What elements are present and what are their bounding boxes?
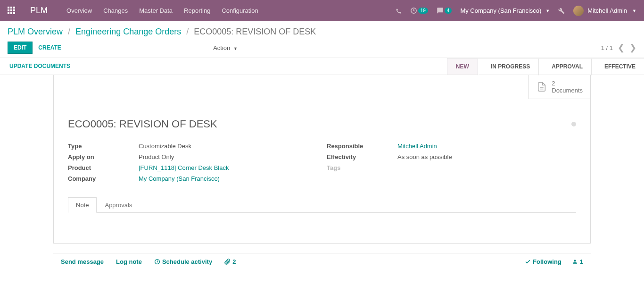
label-product: Product [68,164,139,171]
status-arrows: NEW IN PROGRESS APPROVAL EFFECTIVE [447,58,644,75]
app-name[interactable]: PLM [30,6,48,16]
record-title: ECO0005: REVISION OF DESK [68,118,217,130]
tab-approvals[interactable]: Approvals [97,197,140,213]
record-title-row: ECO0005: REVISION OF DESK [68,118,576,130]
status-approval[interactable]: APPROVAL [538,58,591,75]
user-menu[interactable]: Mitchell Admin ▼ [573,6,636,16]
activities-button[interactable]: 19 [410,7,428,14]
company-switcher[interactable]: My Company (San Francisco) ▼ [460,7,550,14]
edit-button[interactable]: Edit [8,42,33,54]
kanban-state-dot[interactable] [571,122,576,126]
top-nav: Overview Changes Master Data Reporting C… [66,7,258,14]
value-company[interactable]: My Company (San Francisco) [139,175,220,182]
log-note-button[interactable]: Log note [116,258,142,265]
discuss-button[interactable]: 4 [437,7,452,14]
send-message-button[interactable]: Send message [61,258,104,265]
label-effectivity: Effectivity [327,153,397,160]
breadcrumb: PLM Overview / Engineering Change Orders… [8,27,636,37]
check-icon [525,259,531,265]
control-panel: PLM Overview / Engineering Change Orders… [0,21,644,58]
update-documents-button[interactable]: Update Documents [8,58,72,75]
breadcrumb-level1[interactable]: Engineering Change Orders [75,27,181,36]
schedule-activity-button[interactable]: Schedule activity [154,258,212,265]
status-new[interactable]: NEW [447,58,478,75]
debug-icon[interactable] [558,7,565,15]
nav-changes[interactable]: Changes [103,7,128,14]
caret-down-icon: ▼ [632,8,636,13]
value-tags [397,164,576,171]
nav-overview[interactable]: Overview [66,7,92,14]
value-effectivity: As soon as possible [397,153,576,160]
label-responsible: Responsible [327,143,397,150]
activity-badge: 19 [418,8,428,14]
status-in-progress[interactable]: IN PROGRESS [478,58,538,75]
nav-master-data[interactable]: Master Data [139,7,173,14]
clock-icon [154,259,160,265]
chat-badge: 4 [445,8,452,14]
value-apply-on: Product Only [139,153,317,160]
stat-label: Documents [552,87,583,94]
topbar: PLM Overview Changes Master Data Reporti… [0,0,644,21]
action-dropdown[interactable]: Action ▼ [213,44,238,51]
breadcrumb-root[interactable]: PLM Overview [8,27,63,36]
avatar [573,6,584,16]
chatter: Send message Log note Schedule activity … [53,253,591,270]
label-tags: Tags [327,164,397,171]
phone-icon[interactable] [396,7,402,14]
caret-down-icon: ▼ [545,8,550,13]
label-apply-on: Apply on [68,153,139,160]
value-responsible[interactable]: Mitchell Admin [397,143,437,150]
pager-text: 1 / 1 [601,44,613,51]
breadcrumb-current: ECO0005: REVISION OF DESK [194,27,316,36]
status-effective[interactable]: EFFECTIVE [591,58,644,75]
stat-count: 2 [552,80,583,87]
create-button[interactable]: Create [33,42,66,53]
company-name: My Company (San Francisco) [460,7,541,14]
value-product[interactable]: [FURN_1118] Corner Desk Black [139,164,229,171]
tab-note[interactable]: Note [68,197,97,213]
paperclip-icon [224,259,231,265]
attachments-button[interactable]: 2 [224,258,236,265]
nav-reporting[interactable]: Reporting [184,7,210,14]
caret-down-icon: ▼ [233,46,238,51]
value-type: Customizable Desk [139,143,317,150]
status-bar: Update Documents NEW IN PROGRESS APPROVA… [0,58,644,75]
tab-content [54,213,590,243]
nav-configuration[interactable]: Configuration [222,7,258,14]
apps-icon[interactable] [8,7,16,15]
documents-stat-button[interactable]: 2 Documents [528,75,590,99]
followers-button[interactable]: 1 [572,258,583,265]
document-icon [537,82,547,92]
form-sheet: 2 Documents ECO0005: REVISION OF DESK Ty… [53,75,591,244]
user-name: Mitchell Admin [587,7,627,14]
label-company: Company [68,175,139,182]
pager-next[interactable]: ❯ [629,42,636,53]
pager-prev[interactable]: ❮ [618,42,625,53]
label-type: Type [68,143,139,150]
pager: 1 / 1 ❮ ❯ [601,42,636,53]
tabs: Note Approvals [68,197,576,213]
following-button[interactable]: Following [525,258,561,265]
person-icon [572,259,578,265]
